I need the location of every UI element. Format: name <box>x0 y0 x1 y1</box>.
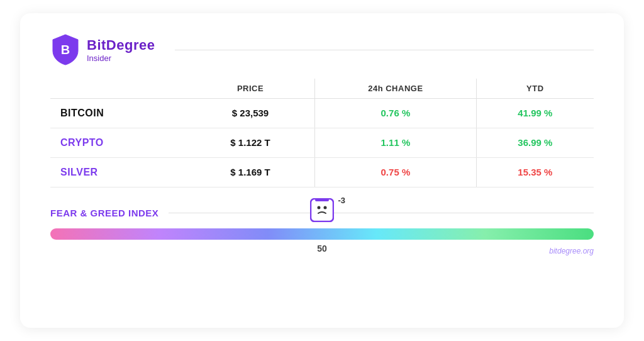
svg-rect-1 <box>311 199 333 221</box>
svg-point-2 <box>318 206 321 210</box>
main-card: B BitDegree Insider PRICE 24h CHANGE YTD… <box>20 13 624 328</box>
svg-point-3 <box>324 206 327 210</box>
logo-title: BitDegree <box>87 37 155 53</box>
gauge-indicator: -3 <box>310 198 334 222</box>
svg-rect-4 <box>315 199 329 201</box>
logo: B BitDegree Insider <box>50 33 155 66</box>
fng-title: FEAR & GREED INDEX <box>50 208 158 218</box>
header-divider <box>175 50 594 50</box>
svg-text:B: B <box>61 43 70 57</box>
logo-subtitle: Insider <box>87 53 155 63</box>
gauge-container: -3 50 <box>50 228 594 240</box>
footer-link: bitdegree.org <box>549 247 594 255</box>
row-change: 1.11 % <box>315 128 477 158</box>
gauge-delta: -3 <box>338 196 345 205</box>
data-table: PRICE 24h CHANGE YTD BITCOIN $ 23,539 0.… <box>50 79 594 187</box>
fear-greed-section: FEAR & GREED INDEX -3 50 <box>50 208 594 240</box>
row-label: CRYPTO <box>50 128 186 158</box>
face-icon <box>310 198 334 222</box>
table-row: SILVER $ 1.169 T 0.75 % 15.35 % <box>50 158 594 187</box>
col-header-change: 24h CHANGE <box>315 79 477 99</box>
col-header-name <box>50 79 186 99</box>
gauge-bar: -3 50 <box>50 228 594 240</box>
logo-text: BitDegree Insider <box>87 37 155 63</box>
row-price: $ 1.122 T <box>186 128 315 158</box>
col-header-ytd: YTD <box>476 79 594 99</box>
row-change: 0.76 % <box>315 99 477 128</box>
table-row: CRYPTO $ 1.122 T 1.11 % 36.99 % <box>50 128 594 158</box>
logo-icon: B <box>50 33 80 66</box>
row-ytd: 36.99 % <box>476 128 594 158</box>
row-price: $ 1.169 T <box>186 158 315 187</box>
gauge-value: 50 <box>317 243 327 254</box>
row-ytd: 41.99 % <box>476 99 594 128</box>
table-row: BITCOIN $ 23,539 0.76 % 41.99 % <box>50 99 594 128</box>
header: B BitDegree Insider <box>50 33 594 66</box>
row-ytd: 15.35 % <box>476 158 594 187</box>
row-change: 0.75 % <box>315 158 477 187</box>
row-price: $ 23,539 <box>186 99 315 128</box>
row-label: SILVER <box>50 158 186 187</box>
col-header-price: PRICE <box>186 79 315 99</box>
fng-divider <box>169 213 594 213</box>
row-label: BITCOIN <box>50 99 186 128</box>
